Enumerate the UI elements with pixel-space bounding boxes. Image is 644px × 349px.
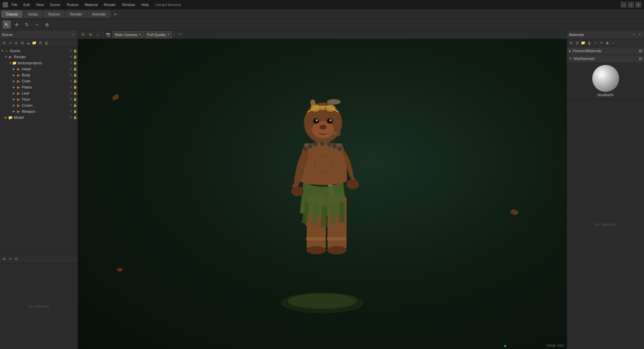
wip-materials-header[interactable]: ▼ WipMaterials ⊟ <box>567 55 644 62</box>
svg-point-19 <box>327 142 331 146</box>
tab-setup[interactable]: Setup <box>23 10 42 18</box>
lower-delete-icon[interactable]: ✕ <box>7 256 13 262</box>
scene-vis-icon[interactable]: 👁 <box>70 49 73 53</box>
tree-item-scene[interactable]: ▼ ○ Scene 👁 🔒 <box>0 48 78 54</box>
quality-dropdown[interactable]: Full Quality ▼ <box>145 31 172 38</box>
cloth-lock-icon[interactable]: 🔒 <box>73 79 77 83</box>
mat-check-icon[interactable]: ✓ <box>593 40 598 46</box>
mat-add-icon[interactable]: ⊕ <box>568 40 574 46</box>
scene-grid-icon[interactable]: ⊞ <box>19 40 25 46</box>
tree-item-head[interactable]: ▶ ▶ Head 👁 🔒 <box>0 66 78 72</box>
cloth-vis-icon[interactable]: 👁 <box>70 79 73 83</box>
viewport-settings-icon[interactable]: ⚙ <box>80 32 86 38</box>
menu-texture[interactable]: Texture <box>65 2 80 7</box>
scene-arrow-icon[interactable]: ▼ <box>13 40 19 46</box>
mat-arrows-icon[interactable]: ↔ <box>611 40 616 46</box>
menu-render[interactable]: Render <box>103 2 117 7</box>
tab-texture[interactable]: Texture <box>43 10 65 18</box>
mat-x-icon[interactable]: ✗ <box>599 40 604 46</box>
menu-window[interactable]: Window <box>121 2 136 7</box>
svg-point-1 <box>288 293 357 309</box>
menu-help[interactable]: Help <box>140 2 150 7</box>
rotate-tool[interactable]: ↻ <box>23 21 31 29</box>
lower-settings-icon[interactable]: ⚙ <box>13 256 19 262</box>
mat-item-newmat04[interactable]: NewMat04 <box>568 64 643 98</box>
scene-trash-icon[interactable]: 🗑 <box>44 40 49 46</box>
tree-item-body[interactable]: ▶ ▶ Body 👁 🔒 <box>0 72 78 78</box>
mat-delete-icon[interactable]: 🗑 <box>587 40 592 46</box>
move-tool[interactable]: ✛ <box>13 21 21 29</box>
svg-point-21 <box>337 146 342 151</box>
mat-toolbar: ⊕ ⊞ 📁 🗑 ✓ ✗ ◉ ↔ <box>567 39 644 47</box>
plates-vis-icon[interactable]: 👁 <box>70 85 73 89</box>
viewport[interactable]: VRAM: 59% <box>78 39 567 349</box>
tab-render[interactable]: Render <box>65 10 87 18</box>
floor-lock-icon[interactable]: 🔒 <box>73 98 77 101</box>
mat-expand-icon[interactable]: ↗ <box>632 32 636 37</box>
crown-lock-icon[interactable]: 🔒 <box>73 104 77 107</box>
head-lock-icon[interactable]: 🔒 <box>73 67 77 71</box>
tree-item-leaf[interactable]: ▶ ▶ Leaf 👁 🔒 <box>0 90 78 96</box>
tab-animate[interactable]: Animate <box>87 10 110 18</box>
floor-vis-icon[interactable]: 👁 <box>70 98 73 101</box>
lower-add-icon[interactable]: ⊕ <box>1 256 7 262</box>
viewport-grid-icon[interactable]: ⊞ <box>87 32 93 38</box>
tree-item-render[interactable]: ▼ ▶ Render 👁 🔒 <box>0 54 78 60</box>
body-lock-icon[interactable]: 🔒 <box>73 73 77 77</box>
body-vis-icon[interactable]: 👁 <box>70 73 73 77</box>
tree-item-plates[interactable]: ▶ ▶ Plates 👁 🔒 <box>0 84 78 90</box>
render-lock-icon[interactable]: 🔒 <box>73 55 77 59</box>
weapon-lock-icon[interactable]: 🔒 <box>73 110 77 113</box>
scene-lock-icon[interactable]: 🔒 <box>73 49 77 53</box>
model-vis-icon[interactable]: 👁 <box>70 116 73 119</box>
tree-item-crown[interactable]: ▶ ▶ Crown 👁 🔒 <box>0 102 78 108</box>
leaf-vis-icon[interactable]: 👁 <box>70 92 73 95</box>
render-vis-icon[interactable]: 👁 <box>70 55 73 59</box>
svg-point-8 <box>307 246 326 254</box>
snap-tool[interactable]: ⊕ <box>43 21 51 29</box>
select-tool[interactable]: ↖ <box>3 21 11 29</box>
model-lock-icon[interactable]: 🔒 <box>73 116 77 119</box>
scene-settings-icon[interactable]: ⚙ <box>38 40 43 46</box>
titlebar-title: | temp4.tbscene <box>155 3 181 7</box>
left-panel: Scene ↗ ⊕ ✕ ▼ ⊞ ☁ 📁 ⚙ 🗑 ▼ ○ Scene 👁 🔒 <box>0 30 78 349</box>
mat-folder-icon[interactable]: 📁 <box>580 40 586 46</box>
menu-edit[interactable]: Edit <box>22 2 31 7</box>
mat-grid-icon[interactable]: ⊞ <box>574 40 580 46</box>
plates-lock-icon[interactable]: 🔒 <box>73 85 77 89</box>
scale-tool[interactable]: ↔ <box>33 21 41 29</box>
close-button[interactable]: ✕ <box>635 2 641 8</box>
menu-material[interactable]: Material <box>83 2 99 7</box>
vp-expand-icon[interactable]: ↗ <box>176 32 183 38</box>
scene-folder-icon[interactable]: 📁 <box>32 40 37 46</box>
viewport-square-icon[interactable]: □ <box>95 32 101 38</box>
mat-close-icon[interactable]: ✕ <box>637 32 642 37</box>
tree-item-weapon[interactable]: ▶ ▶ Weapon 👁 🔒 <box>0 108 78 114</box>
leaf-lock-icon[interactable]: 🔒 <box>73 92 77 95</box>
tree-item-cloth[interactable]: ▶ ▶ Cloth 👁 🔒 <box>0 78 78 84</box>
viewport-scene: VRAM: 59% <box>78 39 567 349</box>
tp-lock-icon[interactable]: 🔒 <box>73 61 77 65</box>
finished-materials-header[interactable]: ▶ FinishedMaterials ⊟ <box>567 47 644 55</box>
menu-file[interactable]: File <box>10 2 19 7</box>
tree-item-textureprojects[interactable]: ▼ 📁 textureprojects 👁 🔒 <box>0 60 78 66</box>
scene-cloud-icon[interactable]: ☁ <box>26 40 31 46</box>
menu-view[interactable]: View <box>35 2 45 7</box>
tab-classic[interactable]: Classic <box>1 10 23 18</box>
scene-delete-icon[interactable]: ✕ <box>7 40 13 46</box>
crown-vis-icon[interactable]: 👁 <box>70 104 73 107</box>
scene-expand-icon[interactable]: ↗ <box>71 32 76 37</box>
mat-circle-icon[interactable]: ◉ <box>605 40 610 46</box>
tp-vis-icon[interactable]: 👁 <box>70 61 73 65</box>
svg-point-15 <box>303 146 307 151</box>
minimize-button[interactable]: — <box>620 2 627 8</box>
tree-item-floor[interactable]: ▶ ▶ Floor 👁 🔒 <box>0 96 78 102</box>
maximize-button[interactable]: □ <box>628 2 634 8</box>
menu-scene[interactable]: Scene <box>48 2 62 7</box>
scene-add-icon[interactable]: ⊕ <box>1 40 7 46</box>
tree-item-model[interactable]: ▶ 📁 Model 👁 🔒 <box>0 114 78 120</box>
camera-dropdown[interactable]: Main Camera ▼ <box>113 31 144 38</box>
tab-add-button[interactable]: + <box>111 10 119 18</box>
head-vis-icon[interactable]: 👁 <box>70 67 73 71</box>
weapon-vis-icon[interactable]: 👁 <box>70 110 73 113</box>
